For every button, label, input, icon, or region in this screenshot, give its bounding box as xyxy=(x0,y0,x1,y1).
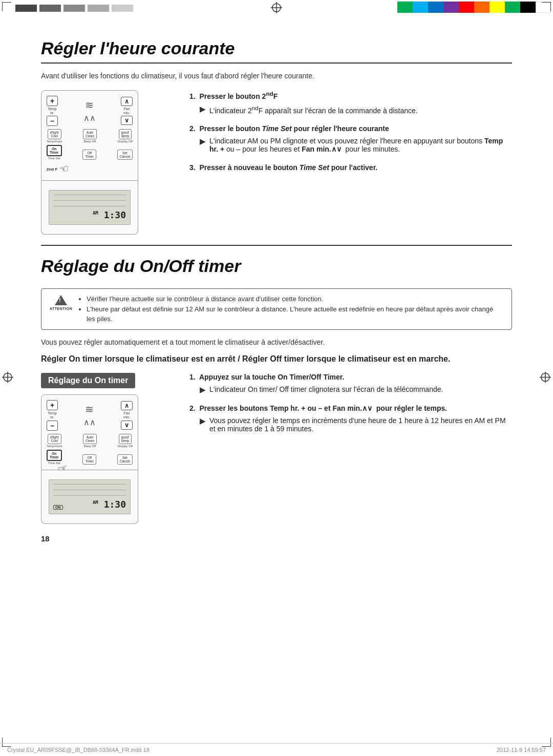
minus-btn[interactable]: – xyxy=(47,116,58,126)
section2-bold-subtitle: Régler On timer lorsque le climatiseur e… xyxy=(41,353,512,365)
color-strip-black xyxy=(520,2,536,13)
display-time-1: AM 1:30 xyxy=(53,209,126,220)
registration-mark-left xyxy=(2,372,13,385)
minus-btn-2[interactable]: – xyxy=(47,421,58,431)
fan-down-btn-2[interactable]: ∨ xyxy=(121,421,133,430)
color-strip-green xyxy=(397,2,413,13)
plus-btn[interactable]: + xyxy=(47,96,58,106)
color-strip-orange xyxy=(474,2,490,13)
on-timer-step1-title: 1. Appuyez sur la touche On Timer/Off Ti… xyxy=(189,373,512,381)
color-block-5 xyxy=(112,5,133,12)
wave-icon-top: ≋ xyxy=(85,99,94,111)
fan-up-btn-2[interactable]: ∧ xyxy=(121,401,133,410)
good-sleep-btn-2[interactable]: good'sleep xyxy=(119,434,132,444)
on-timer-step2-title: 2. Presser les boutons Temp hr. + ou – e… xyxy=(189,404,512,412)
set-cancel-btn-1[interactable]: SetCancel xyxy=(117,150,133,160)
color-strip-yellow xyxy=(490,2,505,13)
color-block-3 xyxy=(63,5,85,12)
page-number: 18 xyxy=(41,534,512,543)
wave-icon-bottom: ∧∧ xyxy=(83,113,96,123)
arrow-1: ▶ xyxy=(200,105,205,113)
auto-clean-btn-2[interactable]: AutoClean xyxy=(83,434,97,444)
footer-right: 2012-11-9 14:59:57 xyxy=(497,747,546,753)
on-timer-btn-2[interactable]: OnTimer xyxy=(47,450,62,461)
footer-bar: Crystal EU_AR09FSSE@_IB_DB68-03364A_FR.i… xyxy=(0,743,553,756)
display-time-2: AM 1:30 xyxy=(93,499,126,510)
remote-illustration-2: + Temphr. – ≋ ∧∧ ∧ Fanmin. ∨ xyxy=(41,394,174,523)
on-timer-step2: 2. Presser les boutons Temp hr. + ou – e… xyxy=(189,404,512,433)
step3: 3. Presser à nouveau le bouton Time Set … xyxy=(189,163,512,172)
attention-text: Vérifier l'heure actuelle sur le contrôl… xyxy=(78,294,503,324)
on-badge: ON xyxy=(53,505,63,510)
step1-text: L'indicateur 2ndF apparaît sur l'écran d… xyxy=(209,104,418,115)
footer-left: Crystal EU_AR09FSSE@_IB_DB68-03364A_FR.i… xyxy=(7,747,150,753)
wave-icon-top-2: ≋ xyxy=(85,403,94,415)
on-timer-step2-text: Vous pouvez régler le temps en incrément… xyxy=(209,416,512,433)
off-timer-btn-2[interactable]: OffTimer xyxy=(82,454,96,465)
attention-box: ATTENTION Vérifier l'heure actuelle sur … xyxy=(41,288,512,330)
second-f-label: 2nd F xyxy=(47,167,57,172)
step2-text: L'indicateur AM ou PM clignote et vous p… xyxy=(209,137,512,153)
on-timer-arrow-2: ▶ xyxy=(200,417,205,425)
am-indicator-1: AM xyxy=(93,211,98,216)
fan-down-btn[interactable]: ∨ xyxy=(121,116,133,125)
on-timer-btn-1[interactable]: OnTimer xyxy=(47,145,62,156)
on-timer-step1-text: L'indicateur On timer/ Off timer clignot… xyxy=(209,385,443,393)
arrow-2: ▶ xyxy=(200,137,205,145)
color-strip-green2 xyxy=(505,2,520,13)
attention-label: ATTENTION xyxy=(50,307,72,310)
step2: 2. Presser le bouton Time Set pour régle… xyxy=(189,124,512,153)
on-timer-arrow-1: ▶ xyxy=(200,386,205,394)
color-block-2 xyxy=(39,5,61,12)
registration-mark-top xyxy=(271,2,282,15)
step1-title: 1. Presser le bouton 2ndF xyxy=(189,90,512,100)
dlight-cool-btn-2[interactable]: d'lightCool xyxy=(48,434,61,444)
color-strip-blue xyxy=(428,2,443,13)
on-timer-box-label: Réglage du On timer xyxy=(41,373,135,388)
beep-off-label: Beep Off xyxy=(84,445,96,448)
remote-illustration-1: + Temphr. – ≋ ∧∧ ∧ Fanmin. xyxy=(41,90,174,235)
good-sleep-btn[interactable]: good'sleep xyxy=(119,129,132,139)
color-strip-red xyxy=(459,2,474,13)
off-timer-btn-1[interactable]: OffTimer xyxy=(82,150,96,160)
auto-clean-btn[interactable]: AutoClean xyxy=(83,129,97,139)
section1-intro: Avant d'utiliser les fonctions du climat… xyxy=(41,72,512,80)
color-block-4 xyxy=(88,5,109,12)
am-indicator-2: AM xyxy=(93,500,98,505)
on-timer-step1: 1. Appuyez sur la touche On Timer/Off Ti… xyxy=(189,373,512,394)
warning-icon xyxy=(55,295,67,305)
section1-title: Régler l'heure courante xyxy=(41,38,512,64)
registration-mark-right xyxy=(540,372,551,385)
plus-btn-2[interactable]: + xyxy=(47,400,58,410)
color-block-1 xyxy=(15,5,37,12)
color-strip-purple xyxy=(443,2,459,13)
dlight-cool-btn[interactable]: d'lightCool xyxy=(48,129,61,139)
color-strip-cyan xyxy=(413,2,428,13)
set-cancel-btn-2[interactable]: SetCancel xyxy=(117,454,133,465)
section2-title: Réglage du On/Off timer xyxy=(41,256,512,280)
fan-up-btn[interactable]: ∧ xyxy=(121,97,133,106)
step3-title: 3. Presser à nouveau le bouton Time Set … xyxy=(189,163,512,172)
section2-intro: Vous pouvez régler automatiquement et a … xyxy=(41,338,512,346)
step1: 1. Presser le bouton 2ndF ▶ L'indicateur… xyxy=(189,90,512,114)
step2-title: 2. Presser le bouton Time Set pour régle… xyxy=(189,124,512,133)
wave-icon-bottom-2: ∧∧ xyxy=(83,417,96,427)
finger-icon-1: ☞ xyxy=(58,162,70,176)
